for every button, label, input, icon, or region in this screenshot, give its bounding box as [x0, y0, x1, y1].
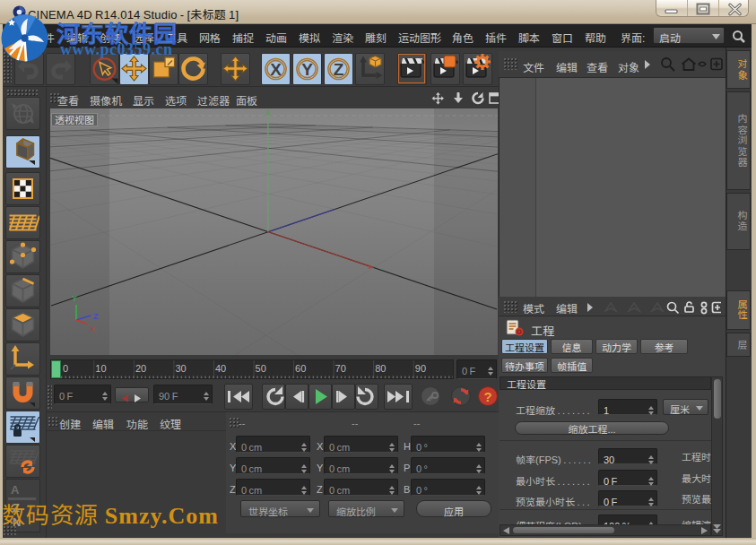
svg-text:20: 20	[135, 363, 146, 374]
svg-text:10: 10	[95, 363, 106, 374]
svg-text:?: ?	[483, 389, 491, 404]
svg-text:70: 70	[335, 363, 346, 374]
svg-text:Z: Z	[334, 60, 344, 79]
svg-text:A: A	[11, 483, 20, 497]
svg-text:50: 50	[256, 363, 266, 374]
svg-text:90: 90	[415, 363, 426, 374]
svg-text:X: X	[90, 323, 95, 334]
svg-text:Y: Y	[301, 60, 313, 79]
svg-text:Y: Y	[72, 292, 77, 304]
svg-text:X: X	[270, 60, 282, 79]
svg-text:80: 80	[375, 363, 386, 374]
svg-text:30: 30	[175, 363, 186, 374]
svg-text:40: 40	[215, 363, 226, 374]
svg-text:Z: Z	[93, 310, 99, 322]
svg-text:60: 60	[295, 363, 306, 374]
svg-text:0: 0	[63, 363, 68, 374]
